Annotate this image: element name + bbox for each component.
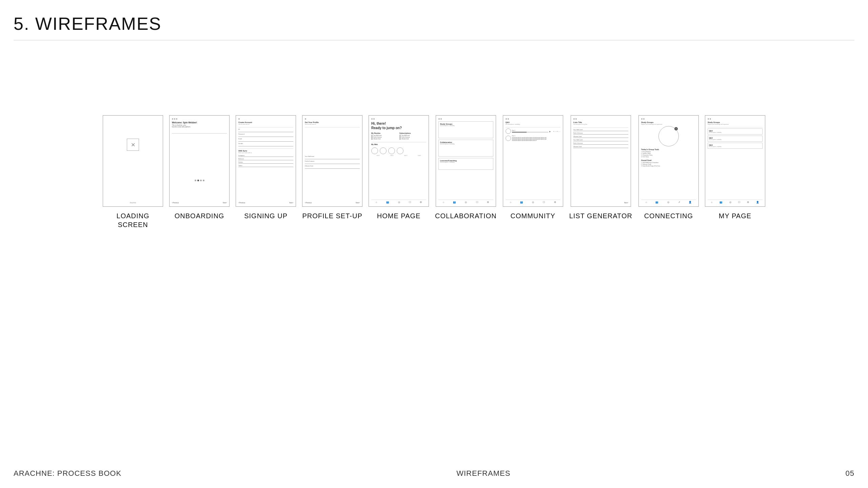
loading-logo-box: ✕ (127, 139, 139, 151)
collab-settings-icon[interactable]: ⚙ (487, 201, 489, 204)
mypage-people-icon[interactable]: 👥 (719, 201, 723, 204)
footer-center: WIREFRAMES (456, 469, 510, 478)
page-header: 5. WIREFRAMES (14, 14, 854, 40)
community-avatar-2 (506, 136, 511, 141)
onboarding-frame: Welcome: Spin Webber! This is Arachne, y… (169, 115, 230, 207)
play-icon[interactable]: ▶ (549, 130, 551, 133)
connecting-frame: Study Groups Support your knowledge and … (638, 115, 699, 207)
wireframe-profile: Set Your Profile Join the web now on! Yo… (302, 115, 362, 220)
community-label: COMMUNITY (510, 211, 555, 220)
community-home-icon[interactable]: ⌂ (510, 201, 511, 204)
wireframe-loading: ✕ Arachne LOADINGSCREEN (103, 115, 163, 229)
profile-subtitle: Join the web now on! (305, 124, 360, 125)
collaboration-label: COLLABORATION (435, 211, 497, 220)
connecting-label: CONNECTING (644, 211, 693, 220)
wireframe-listgenerator: Lists Title List description for my list… (569, 115, 632, 220)
homepage-frame: Hi, there!Ready to jump on? My Routine Y… (369, 115, 429, 207)
wireframe-mypage: Study Groups Support your knowledge and … (705, 115, 765, 220)
loading-label: LOADINGSCREEN (117, 211, 150, 229)
chat-icon[interactable]: ☐ (409, 201, 411, 204)
wireframe-signup: Create Account Join the web now on! ID: … (236, 115, 296, 220)
settings-icon[interactable]: ⚙ (420, 201, 422, 204)
page-title: 5. WIREFRAMES (14, 14, 854, 34)
onboarding-title: Welcome: Spin Webber! (172, 121, 227, 124)
loading-frame: ✕ Arachne (103, 115, 163, 207)
signup-subtitle: Join the web now on! (238, 124, 293, 125)
web-circle-2 (380, 147, 387, 154)
community-chat-icon[interactable]: ☐ (543, 201, 545, 204)
header-divider (14, 40, 854, 40)
loading-x-icon: ✕ (131, 142, 135, 148)
listgenerator-label: LIST GENERATOR (569, 211, 632, 220)
web-circle-1 (371, 147, 378, 154)
page-footer: ARACHNE: PROCESS BOOK WIREFRAMES 05 (14, 469, 854, 478)
community-avatar-1 (506, 128, 511, 134)
signup-next[interactable]: Next> (289, 202, 293, 204)
collab-target-icon[interactable]: ◎ (465, 201, 467, 204)
connecting-user-icon[interactable]: 👤 (689, 201, 692, 204)
connecting-target-icon[interactable]: ◎ (667, 201, 669, 204)
people-icon[interactable]: 👥 (386, 201, 389, 204)
homepage-label: HOME PAGE (377, 211, 421, 220)
footer-right: 05 (846, 469, 854, 478)
collab-people-icon[interactable]: 👥 (453, 201, 456, 204)
profile-label: PROFILE SET-UP (302, 211, 362, 220)
wireframe-onboarding: Welcome: Spin Webber! This is Arachne, y… (169, 115, 230, 220)
wireframes-row: ✕ Arachne LOADINGSCREEN Welcome: Spin We… (10, 115, 858, 229)
community-target-icon[interactable]: ◎ (532, 201, 534, 204)
home-icon[interactable]: ⌂ (376, 201, 377, 204)
wireframe-connecting: Study Groups Support your knowledge and … (638, 115, 699, 220)
home-greeting: Hi, there!Ready to jump on? (371, 121, 426, 130)
onboarding-next[interactable]: Next> (223, 202, 227, 204)
collaboration-frame: Study Groups List descriptions, readabil… (436, 115, 496, 207)
signup-label: SIGNING UP (244, 211, 288, 220)
signup-title: Create Account (238, 121, 293, 123)
community-people-icon[interactable]: 👥 (520, 201, 523, 204)
list-next[interactable]: Next> (624, 202, 628, 204)
signup-prev[interactable]: <Previous (238, 202, 245, 204)
mypage-user-icon[interactable]: 👤 (756, 201, 759, 204)
signup-frame: Create Account Join the web now on! ID: … (236, 115, 296, 207)
profile-frame: Set Your Profile Join the web now on! Yo… (302, 115, 362, 207)
onboarding-label: ONBOARDING (175, 211, 224, 220)
connecting-share-icon[interactable]: ↗ (678, 201, 680, 204)
mypage-qa-3: Q&A List descriptions, readability. (708, 143, 763, 149)
listgenerator-frame: Lists Title List description for my list… (571, 115, 631, 207)
onboarding-prev[interactable]: <Previous (172, 202, 179, 204)
community-settings-icon[interactable]: ⚙ (554, 201, 556, 204)
profile-next[interactable]: Next> (356, 202, 360, 204)
mypage-home-icon[interactable]: ⌂ (711, 201, 712, 204)
community-frame: Q&A List descriptions, readability. User… (503, 115, 563, 207)
web-circle-4 (397, 147, 403, 154)
wireframe-collaboration: Study Groups List descriptions, readabil… (435, 115, 497, 220)
footer-left: ARACHNE: PROCESS BOOK (14, 469, 121, 478)
mypage-qa-2: Q&A List descriptions, readability. (708, 136, 763, 142)
web-circle-3 (388, 147, 395, 154)
profile-title: Set Your Profile (305, 121, 360, 123)
loading-app-name: Arachne (105, 202, 160, 204)
onboarding-subtitle: This is Arachne, yourfavorite social web… (172, 124, 227, 128)
profile-prev[interactable]: <Previous (305, 202, 312, 204)
connecting-people-icon[interactable]: 👥 (655, 201, 658, 204)
mypage-label: MY PAGE (719, 211, 751, 220)
mypage-chat-icon[interactable]: ☐ (738, 201, 740, 204)
mypage-frame: Study Groups Support your knowledge and … (705, 115, 765, 207)
mypage-qa-1: Q&A List descriptions, readability. (708, 128, 763, 135)
collab-home-icon[interactable]: ⌂ (443, 201, 444, 204)
wireframe-community: Q&A List descriptions, readability. User… (503, 115, 563, 220)
target-icon[interactable]: ◎ (398, 201, 400, 204)
connecting-home-icon[interactable]: ⌂ (646, 201, 647, 204)
wireframe-homepage: Hi, there!Ready to jump on? My Routine Y… (369, 115, 429, 220)
mypage-target-icon[interactable]: ◎ (729, 201, 731, 204)
connecting-circle: 3 (658, 126, 679, 146)
mypage-settings-icon[interactable]: ⚙ (747, 201, 749, 204)
collab-chat-icon[interactable]: ☐ (476, 201, 478, 204)
